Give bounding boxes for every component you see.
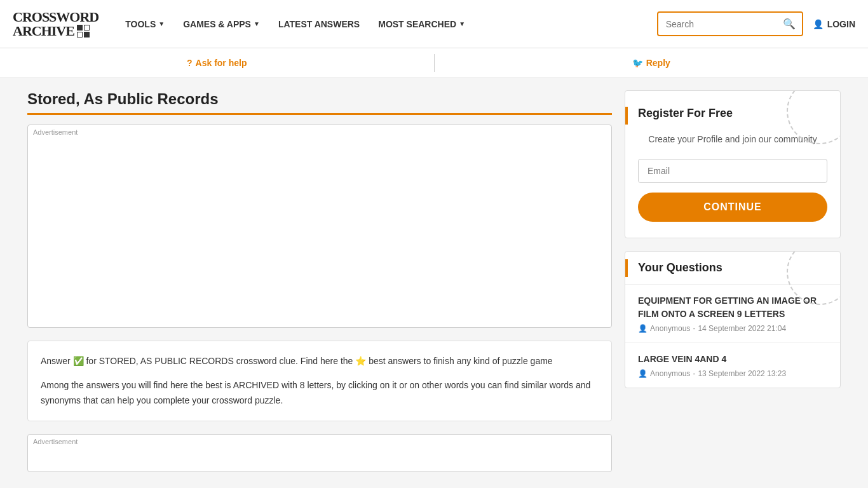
answer-block: Answer ✅ for STORED, AS PUBLIC RECORDS c…	[27, 341, 612, 421]
nav-games[interactable]: GAMES & APPS ▼	[175, 14, 268, 34]
question-date-1: 14 September 2022 21:04	[698, 324, 786, 333]
main-nav: TOOLS ▼ GAMES & APPS ▼ LATEST ANSWERS MO…	[118, 14, 656, 34]
question-link-2[interactable]: LARGE VEIN 4AND 4	[638, 353, 827, 366]
header-right: 🔍 👤 LOGIN	[657, 11, 855, 36]
login-button[interactable]: 👤 LOGIN	[813, 19, 855, 29]
ad-label-bottom: Advertisement	[33, 438, 78, 445]
advertisement-bottom: Advertisement	[27, 434, 612, 472]
search-button[interactable]: 🔍	[776, 13, 802, 35]
register-title: Register For Free	[638, 107, 827, 120]
login-icon: 👤	[813, 19, 824, 29]
register-title-bar	[625, 107, 628, 125]
most-arrow: ▼	[459, 20, 465, 27]
register-description: Create your Profile and join our communi…	[638, 133, 827, 146]
header: CROSSWORD ARCHIVE TOOLS ▼ GAMES & APPS ▼…	[0, 0, 868, 48]
email-field[interactable]	[638, 159, 827, 183]
right-column: Register For Free Create your Profile an…	[625, 90, 841, 472]
left-column: Stored, As Public Records Advertisement …	[27, 90, 612, 472]
search-input[interactable]	[658, 14, 776, 34]
question-link-1[interactable]: EQUIPMENT FOR GETTING AN IMAGE OR FILM O…	[638, 294, 827, 321]
sub-header: ? Ask for help 🐦 Reply	[0, 48, 868, 78]
main-content: Stored, As Public Records Advertisement …	[15, 90, 853, 472]
title-underline	[27, 113, 612, 115]
question-item-1: EQUIPMENT FOR GETTING AN IMAGE OR FILM O…	[625, 285, 840, 343]
question-meta-2: 👤 Anonymous - 13 September 2022 13:23	[638, 369, 827, 378]
continue-button[interactable]: CONTINUE	[638, 193, 827, 222]
question-author-1: Anonymous	[650, 324, 690, 333]
nav-tools[interactable]: TOOLS ▼	[118, 14, 172, 34]
answer-paragraph-1: Answer ✅ for STORED, AS PUBLIC RECORDS c…	[41, 354, 599, 369]
games-arrow: ▼	[254, 20, 260, 27]
ask-help-link[interactable]: ? Ask for help	[187, 58, 247, 68]
answer-paragraph-2: Among the answers you will find here the…	[41, 378, 599, 409]
logo[interactable]: CROSSWORD ARCHIVE	[13, 10, 98, 38]
author-icon-1: 👤	[638, 324, 648, 333]
ask-icon: ?	[187, 58, 193, 68]
questions-title: Your Questions	[638, 261, 827, 274]
author-icon-2: 👤	[638, 369, 648, 378]
reply-icon: 🐦	[632, 58, 643, 68]
question-item-2: LARGE VEIN 4AND 4 👤 Anonymous - 13 Septe…	[625, 343, 840, 388]
ask-help-area: ? Ask for help	[0, 58, 434, 68]
reply-area: 🐦 Reply	[435, 58, 869, 68]
nav-most-searched[interactable]: MOST SEARCHED ▼	[370, 14, 473, 34]
question-meta-1: 👤 Anonymous - 14 September 2022 21:04	[638, 324, 827, 333]
logo-text-line2: ARCHIVE	[13, 24, 74, 38]
logo-text-line1: CROSSWORD	[13, 10, 98, 24]
tools-arrow: ▼	[158, 20, 165, 27]
nav-latest[interactable]: LATEST ANSWERS	[271, 14, 367, 34]
page-title: Stored, As Public Records	[27, 90, 612, 108]
register-card: Register For Free Create your Profile an…	[625, 90, 841, 238]
questions-header: Your Questions	[625, 252, 840, 285]
questions-title-bar	[625, 259, 628, 277]
search-box: 🔍	[657, 11, 803, 36]
advertisement-block: Advertisement	[27, 125, 612, 328]
ad-label: Advertisement	[33, 128, 78, 136]
questions-card: Your Questions EQUIPMENT FOR GETTING AN …	[625, 251, 841, 388]
question-date-2: 13 September 2022 13:23	[698, 369, 786, 378]
question-author-2: Anonymous	[650, 369, 690, 378]
reply-link[interactable]: 🐦 Reply	[632, 58, 670, 68]
